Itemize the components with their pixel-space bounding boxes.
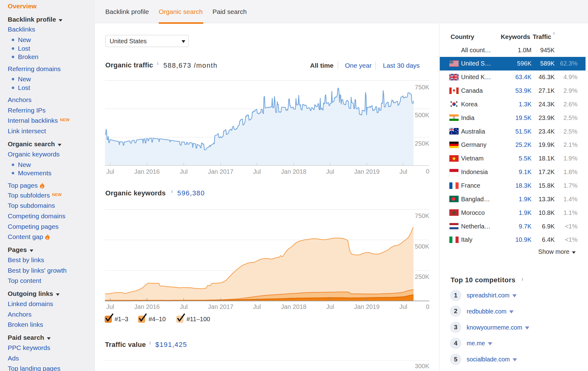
svg-text:0: 0 xyxy=(426,168,429,175)
svg-text:Jul: Jul xyxy=(180,168,188,175)
svg-text:Jan 2016: Jan 2016 xyxy=(134,303,160,309)
svg-text:500K: 500K xyxy=(415,243,429,250)
svg-text:Jan 2019: Jan 2019 xyxy=(354,303,380,309)
svg-text:Jul: Jul xyxy=(253,168,261,175)
svg-text:Jan 2018: Jan 2018 xyxy=(281,303,306,309)
svg-text:750K: 750K xyxy=(415,212,429,219)
svg-text:Jul: Jul xyxy=(399,168,407,175)
svg-text:Jul: Jul xyxy=(326,168,334,175)
svg-text:Jul: Jul xyxy=(326,303,334,309)
svg-text:Jan 2017: Jan 2017 xyxy=(208,303,233,309)
svg-text:Jan 2018: Jan 2018 xyxy=(281,168,306,175)
svg-text:Jul: Jul xyxy=(106,168,114,175)
svg-text:Jul: Jul xyxy=(253,303,261,309)
svg-text:Jul: Jul xyxy=(180,303,188,309)
svg-text:250K: 250K xyxy=(415,140,429,147)
svg-text:Jan 2019: Jan 2019 xyxy=(354,168,380,175)
svg-text:750K: 750K xyxy=(415,84,429,91)
svg-text:Jul: Jul xyxy=(106,303,114,309)
svg-text:500K: 500K xyxy=(415,112,429,118)
svg-text:Jan 2017: Jan 2017 xyxy=(208,168,233,175)
svg-text:0: 0 xyxy=(426,303,429,309)
svg-text:Jul: Jul xyxy=(399,303,407,309)
svg-text:250K: 250K xyxy=(415,273,429,280)
svg-text:Jan 2016: Jan 2016 xyxy=(134,168,160,175)
